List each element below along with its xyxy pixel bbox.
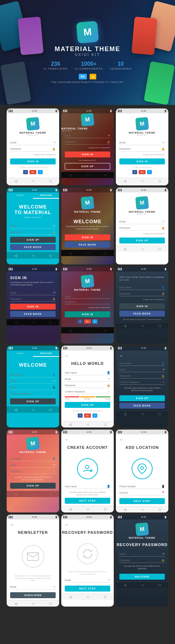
nav-recent-15[interactable]: □	[159, 508, 161, 511]
tab-register-4[interactable]: REGISTER	[33, 192, 59, 199]
forgot-link-8[interactable]: Forgot your Password?	[65, 306, 110, 309]
google-btn-11[interactable]: G+	[84, 413, 91, 418]
tab-login-10[interactable]: LOGIN	[7, 351, 33, 357]
nav-home-6[interactable]: ○	[141, 247, 144, 251]
country-input-15[interactable]	[119, 491, 160, 494]
back-arrow-11[interactable]: ←	[61, 351, 114, 360]
back-arrow-14[interactable]: ←	[61, 434, 114, 444]
email-input-11[interactable]	[65, 378, 107, 380]
password-input-9[interactable]	[119, 292, 160, 295]
email-input-10[interactable]	[10, 380, 52, 382]
signup-btn-4[interactable]: SIGN UP	[10, 237, 56, 243]
twitter-btn-8[interactable]: t	[92, 319, 97, 324]
google-btn-8[interactable]: G+	[84, 319, 91, 324]
nav-recent-17[interactable]: □	[104, 595, 106, 599]
nav-back-11[interactable]: ◁	[69, 423, 72, 426]
username-input-13[interactable]	[10, 458, 51, 460]
nav-back-16[interactable]: ◁	[14, 602, 17, 606]
twitter-btn-11[interactable]: t	[92, 413, 97, 418]
nav-home-11[interactable]: ○	[87, 423, 89, 426]
nav-home-14[interactable]: ○	[87, 507, 89, 511]
nav-recent-16[interactable]: □	[49, 602, 51, 606]
signin-btn-5[interactable]: SIGN IN	[65, 234, 110, 240]
password-input-6[interactable]	[119, 227, 160, 229]
nav-home-17[interactable]: ○	[87, 595, 89, 599]
signup-btn-10[interactable]: SIGN UP	[10, 398, 56, 404]
email-input-4[interactable]	[10, 225, 52, 227]
back-arrow-12[interactable]: ←	[116, 351, 168, 360]
password-input-11[interactable]	[65, 384, 106, 387]
signup-btn-6[interactable]: SIGN UP	[119, 238, 165, 243]
password-input-18[interactable]	[119, 559, 160, 561]
facebook-btn-4[interactable]: FACE BOOK	[10, 244, 56, 250]
username-input-9[interactable]	[119, 286, 160, 289]
nav-recent-10[interactable]: □	[49, 408, 51, 412]
nav-home-15[interactable]: ○	[141, 508, 144, 511]
password-input-3[interactable]	[119, 148, 160, 150]
email-input-12[interactable]	[119, 368, 161, 371]
nav-home-1[interactable]: ○	[32, 179, 34, 183]
forgot-link-3[interactable]: Forgot your Password?	[119, 154, 165, 156]
password-input-4[interactable]	[10, 231, 51, 233]
nav-recent-9[interactable]: □	[159, 324, 161, 328]
nav-home-9[interactable]: ○	[141, 324, 144, 328]
tab-login-4[interactable]: LOGIN	[7, 192, 33, 199]
password-input-13[interactable]	[10, 470, 51, 473]
signin-btn-3[interactable]: SIGN IN	[119, 158, 165, 164]
back-arrow-17[interactable]: ←	[61, 519, 114, 529]
nav-home-4[interactable]: ○	[32, 254, 34, 257]
nav-home-18[interactable]: ○	[141, 583, 144, 587]
email-input-3[interactable]	[119, 141, 161, 144]
signin-btn-8[interactable]: SIGN IN	[65, 311, 110, 317]
nav-home-10[interactable]: ○	[32, 408, 34, 412]
signin-btn-7[interactable]: SIGN IN	[10, 304, 56, 310]
nav-back-18[interactable]: ◁	[124, 583, 126, 587]
phone-input-10[interactable]	[10, 386, 51, 389]
email-input-16[interactable]	[10, 586, 52, 588]
email-input-17[interactable]	[65, 579, 107, 581]
nav-back-1[interactable]: ◁	[14, 179, 17, 183]
password-input-1[interactable]	[10, 148, 51, 150]
email-input-8[interactable]	[65, 295, 110, 298]
nav-home-12[interactable]: ○	[141, 412, 144, 416]
nav-recent-18[interactable]: □	[159, 583, 161, 587]
username-input-10[interactable]	[10, 374, 51, 376]
forgot-link-9[interactable]: Forgot your Password?	[119, 298, 165, 300]
nav-recent-14[interactable]: □	[104, 507, 106, 511]
google-btn-3[interactable]: G+	[139, 170, 146, 174]
password-input-8[interactable]	[65, 301, 110, 303]
nav-recent-1[interactable]: □	[49, 179, 51, 183]
nav-recent-11[interactable]: □	[104, 423, 106, 426]
signup-btn-11[interactable]: SIGN UP	[65, 402, 110, 408]
email-input-1[interactable]	[10, 141, 52, 144]
username-input-14[interactable]	[65, 485, 106, 488]
nav-back-12[interactable]: ◁	[124, 412, 126, 416]
nav-back-3[interactable]: ◁	[124, 179, 126, 183]
nav-back-6[interactable]: ◁	[124, 247, 126, 251]
username-input-12[interactable]	[119, 362, 160, 365]
nav-home-3[interactable]: ○	[141, 179, 144, 183]
confirm-input-11[interactable]	[65, 390, 107, 393]
next-step-btn-14[interactable]: NEXT STEP	[65, 498, 110, 504]
facebook-btn-1[interactable]: f	[23, 170, 28, 174]
facebook-btn-8[interactable]: f	[78, 319, 83, 324]
signin-btn-2[interactable]: SIGN IN	[65, 151, 110, 157]
nav-back-10[interactable]: ◁	[14, 408, 17, 412]
create-account-9[interactable]: Do not have an account? Create Account	[119, 318, 165, 320]
email-input-13[interactable]	[10, 464, 52, 466]
facebook-btn-5[interactable]: FACE BOOK	[65, 242, 110, 248]
next-step-btn-17[interactable]: NEXT STEP	[65, 586, 110, 592]
nav-back-4[interactable]: ◁	[14, 254, 17, 257]
google-btn-1[interactable]: G+	[29, 170, 36, 174]
password-input-7[interactable]	[10, 298, 51, 300]
forgot-link-6[interactable]: Forgot your Password?	[119, 233, 165, 235]
signup-btn-13[interactable]: SIGN UP	[10, 483, 56, 489]
nav-back-14[interactable]: ◁	[69, 507, 72, 511]
facebook-btn-11[interactable]: f	[78, 413, 83, 418]
email-input-2[interactable]	[65, 134, 107, 137]
nav-back-9[interactable]: ◁	[124, 324, 126, 328]
facebook-btn-9[interactable]: FACE BOOK	[119, 311, 165, 317]
email-input-18[interactable]	[119, 553, 161, 555]
back-arrow-15[interactable]: ←	[116, 434, 168, 444]
nav-back-15[interactable]: ◁	[124, 508, 126, 511]
